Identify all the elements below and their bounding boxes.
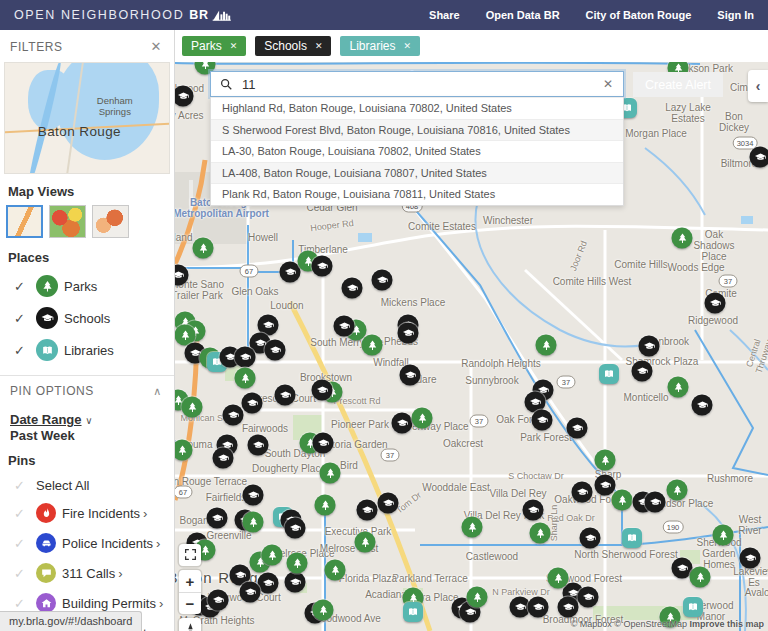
map-view-heatmap-thumbnail[interactable] <box>49 205 86 238</box>
chevron-right-icon[interactable]: › <box>156 536 160 551</box>
map-pin-school[interactable] <box>313 433 334 454</box>
map-pin-school[interactable] <box>243 485 264 506</box>
map-pin-park[interactable] <box>713 525 734 546</box>
chevron-right-icon[interactable]: › <box>143 506 147 521</box>
chip-remove-icon[interactable]: ✕ <box>230 41 238 51</box>
sidebar-collapse-button[interactable]: ‹ <box>748 70 768 102</box>
map-pin-school[interactable] <box>392 413 413 434</box>
place-checkbox[interactable]: ✓ <box>14 311 30 326</box>
map-pin-park[interactable] <box>690 567 711 588</box>
map-pin-library[interactable] <box>622 528 642 548</box>
map-pin-school[interactable] <box>357 500 378 521</box>
map-pin-school[interactable] <box>692 395 713 416</box>
map-pin-school[interactable] <box>334 316 355 337</box>
map-pin-school[interactable] <box>285 572 306 593</box>
map-pin-park[interactable] <box>462 517 483 538</box>
overview-minimap[interactable]: Denham Springs Baton Rouge <box>4 62 170 174</box>
map-pin-park[interactable] <box>287 553 308 574</box>
map-pin-library[interactable] <box>599 364 619 384</box>
map-pin-school[interactable] <box>240 582 261 603</box>
select-all-row[interactable]: ✓ Select All <box>0 473 174 498</box>
chip-remove-icon[interactable]: ✕ <box>315 41 323 51</box>
map-pin-school[interactable] <box>208 590 229 611</box>
map-pin-library[interactable] <box>403 602 423 622</box>
map-pin-school[interactable] <box>572 482 593 503</box>
pin-type-row-fire-incidents[interactable]: ✓Fire Incidents› <box>0 498 174 528</box>
nav-link-share[interactable]: Share <box>429 9 460 21</box>
place-checkbox[interactable]: ✓ <box>14 343 30 358</box>
map-pin-park[interactable] <box>595 450 616 471</box>
map-pin-park[interactable] <box>362 335 383 356</box>
map-pin-park[interactable] <box>320 463 341 484</box>
map-pin-school[interactable] <box>207 508 228 529</box>
chevron-right-icon[interactable]: › <box>118 566 122 581</box>
chevron-right-icon[interactable]: › <box>159 596 163 611</box>
map-pin-school[interactable] <box>523 500 544 521</box>
map-pin-school[interactable] <box>342 278 363 299</box>
search-clear-icon[interactable]: ✕ <box>601 77 615 91</box>
filter-chip-libraries[interactable]: Libraries✕ <box>340 36 420 56</box>
map-pin-park[interactable] <box>668 377 689 398</box>
pin-type-checkbox[interactable]: ✓ <box>14 596 30 611</box>
search-suggestion[interactable]: S Sherwood Forest Blvd, Baton Rouge, Lou… <box>211 119 623 141</box>
chevron-down-icon[interactable]: ∨ <box>85 415 92 426</box>
map-pin-park[interactable] <box>355 532 376 553</box>
pin-type-row-police-incidents[interactable]: ✓Police Incidents› <box>0 528 174 558</box>
search-suggestion[interactable]: Plank Rd, Baton Rouge, Louisiana 70811, … <box>211 183 623 205</box>
map-pin-park[interactable] <box>530 523 551 544</box>
filter-chip-parks[interactable]: Parks✕ <box>182 36 246 56</box>
map-pin-park[interactable] <box>412 408 433 429</box>
search-input[interactable] <box>240 76 601 93</box>
map-pin-school[interactable] <box>632 361 653 382</box>
pin-type-checkbox[interactable]: ✓ <box>14 566 30 581</box>
map-pin-school[interactable] <box>213 448 234 469</box>
brand-logo[interactable]: OPEN NEIGHBORHOOD BR <box>14 8 238 22</box>
search-suggestion[interactable]: LA-408, Baton Rouge, Louisiana 70807, Un… <box>211 162 623 184</box>
map-pin-school[interactable] <box>532 410 553 431</box>
map-pin-school[interactable] <box>400 365 421 386</box>
place-row-parks[interactable]: ✓Parks <box>0 270 174 302</box>
map-pin-school[interactable] <box>285 518 306 539</box>
map-pin-school[interactable] <box>580 528 601 549</box>
map-pin-school[interactable] <box>578 587 599 608</box>
map-pin-school[interactable] <box>750 147 768 168</box>
nav-link-open-data-br[interactable]: Open Data BR <box>486 9 560 21</box>
map-pin-school[interactable] <box>528 597 549 618</box>
fullscreen-button[interactable] <box>179 544 201 566</box>
map-pin-school[interactable] <box>258 573 279 594</box>
map-pin-park[interactable] <box>667 480 688 501</box>
map-pin-school[interactable] <box>275 385 296 406</box>
select-all-checkbox[interactable]: ✓ <box>14 478 30 493</box>
date-range-dropdown[interactable]: Date Range <box>10 412 82 427</box>
chevron-right-icon[interactable]: › <box>156 626 160 631</box>
map-pin-library[interactable] <box>683 597 703 617</box>
zoom-out-button[interactable]: − <box>179 592 201 614</box>
pin-type-checkbox[interactable]: ✓ <box>14 506 30 521</box>
map-pin-school[interactable] <box>740 548 761 569</box>
map-pin-school[interactable] <box>265 340 286 361</box>
map-pin-park[interactable] <box>325 560 346 581</box>
map-pin-school[interactable] <box>705 293 726 314</box>
close-icon[interactable]: ✕ <box>151 39 163 54</box>
map-pin-school[interactable] <box>558 597 579 618</box>
map-pin-park[interactable] <box>467 587 488 608</box>
map-view-choropleth-thumbnail[interactable] <box>92 205 129 238</box>
map-pin-school[interactable] <box>639 336 660 357</box>
map-pin-park[interactable] <box>243 512 264 533</box>
create-alert-button[interactable]: Create Alert <box>633 72 723 97</box>
map-pin-school[interactable] <box>398 323 419 344</box>
compass-button[interactable] <box>179 618 201 631</box>
search-suggestion[interactable]: Highland Rd, Baton Rouge, Louisiana 7080… <box>211 97 623 119</box>
map-pin-park[interactable] <box>612 490 633 511</box>
pin-type-checkbox[interactable]: ✓ <box>14 536 30 551</box>
map-pin-school[interactable] <box>567 418 588 439</box>
map-view-street-thumbnail[interactable] <box>6 205 43 238</box>
search-suggestion[interactable]: LA-30, Baton Rouge, Louisiana 70802, Uni… <box>211 140 623 162</box>
chevron-up-icon[interactable]: ∧ <box>153 385 162 398</box>
map-pin-school[interactable] <box>248 435 269 456</box>
map-pin-park[interactable] <box>313 600 334 621</box>
map-pin-school[interactable] <box>223 405 244 426</box>
map-pin-park[interactable] <box>536 335 557 356</box>
nav-link-sign-in[interactable]: Sign In <box>717 9 754 21</box>
map-pin-park[interactable] <box>235 368 256 389</box>
